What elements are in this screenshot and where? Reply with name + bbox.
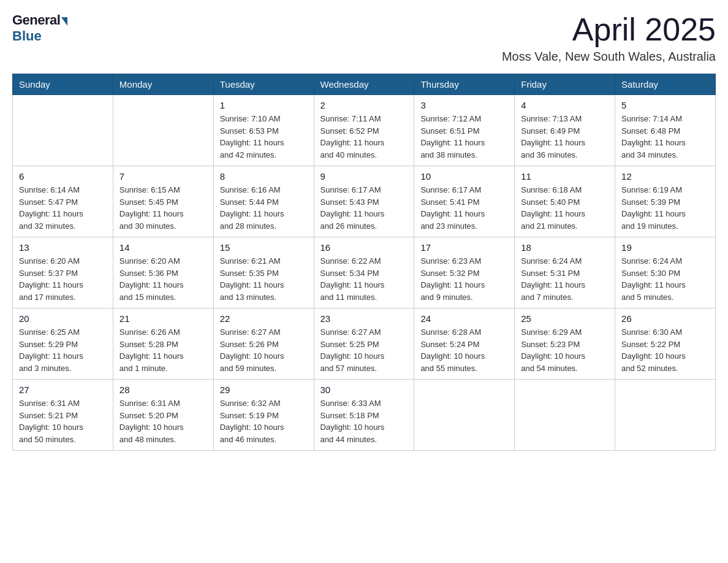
day-info: Sunrise: 6:32 AMSunset: 5:19 PMDaylight:… [220, 397, 308, 445]
day-info: Sunrise: 6:22 AMSunset: 5:34 PMDaylight:… [320, 255, 408, 303]
day-info: Sunrise: 6:24 AMSunset: 5:30 PMDaylight:… [621, 255, 709, 303]
calendar-cell: 26Sunrise: 6:30 AMSunset: 5:22 PMDayligh… [615, 308, 716, 380]
day-info: Sunrise: 6:17 AMSunset: 5:43 PMDaylight:… [320, 184, 408, 232]
calendar-cell [515, 380, 615, 451]
logo: General Blue [12, 12, 67, 44]
calendar-cell: 10Sunrise: 6:17 AMSunset: 5:41 PMDayligh… [414, 166, 515, 237]
week-row-1: 1Sunrise: 7:10 AMSunset: 6:53 PMDaylight… [13, 95, 716, 166]
location: Moss Vale, New South Wales, Australia [502, 50, 716, 64]
calendar-cell: 14Sunrise: 6:20 AMSunset: 5:36 PMDayligh… [113, 237, 213, 308]
day-info: Sunrise: 6:28 AMSunset: 5:24 PMDaylight:… [420, 326, 508, 374]
day-number: 21 [119, 313, 207, 324]
calendar-cell: 18Sunrise: 6:24 AMSunset: 5:31 PMDayligh… [515, 237, 615, 308]
calendar-cell [113, 95, 213, 166]
day-number: 25 [521, 313, 609, 324]
day-info: Sunrise: 6:31 AMSunset: 5:21 PMDaylight:… [19, 397, 107, 445]
calendar-cell: 12Sunrise: 6:19 AMSunset: 5:39 PMDayligh… [615, 166, 716, 237]
calendar-cell: 19Sunrise: 6:24 AMSunset: 5:30 PMDayligh… [615, 237, 716, 308]
column-header-thursday: Thursday [414, 74, 515, 95]
day-number: 16 [320, 242, 408, 253]
day-number: 24 [420, 313, 508, 324]
calendar-cell: 11Sunrise: 6:18 AMSunset: 5:40 PMDayligh… [515, 166, 615, 237]
day-number: 26 [621, 313, 709, 324]
day-number: 23 [320, 313, 408, 324]
day-number: 4 [521, 100, 609, 110]
day-number: 10 [420, 171, 508, 182]
calendar-cell: 15Sunrise: 6:21 AMSunset: 5:35 PMDayligh… [213, 237, 314, 308]
day-number: 3 [420, 100, 508, 110]
day-info: Sunrise: 7:11 AMSunset: 6:52 PMDaylight:… [320, 113, 408, 161]
day-number: 29 [220, 385, 308, 395]
day-info: Sunrise: 6:19 AMSunset: 5:39 PMDaylight:… [621, 184, 709, 232]
calendar-cell: 25Sunrise: 6:29 AMSunset: 5:23 PMDayligh… [515, 308, 615, 380]
day-number: 17 [420, 242, 508, 253]
calendar-cell: 8Sunrise: 6:16 AMSunset: 5:44 PMDaylight… [213, 166, 314, 237]
day-info: Sunrise: 6:31 AMSunset: 5:20 PMDaylight:… [119, 397, 207, 445]
header-row: SundayMondayTuesdayWednesdayThursdayFrid… [13, 74, 716, 95]
week-row-2: 6Sunrise: 6:14 AMSunset: 5:47 PMDaylight… [13, 166, 716, 237]
day-number: 9 [320, 171, 408, 182]
day-number: 1 [220, 100, 308, 110]
day-info: Sunrise: 6:15 AMSunset: 5:45 PMDaylight:… [119, 184, 207, 232]
calendar-cell: 4Sunrise: 7:13 AMSunset: 6:49 PMDaylight… [515, 95, 615, 166]
column-header-tuesday: Tuesday [213, 74, 314, 95]
calendar-cell: 2Sunrise: 7:11 AMSunset: 6:52 PMDaylight… [314, 95, 414, 166]
logo-blue-text: Blue [12, 28, 42, 44]
day-number: 2 [320, 100, 408, 110]
day-number: 13 [19, 242, 107, 253]
day-number: 19 [621, 242, 709, 253]
logo-general-text: General [12, 12, 60, 28]
day-info: Sunrise: 6:27 AMSunset: 5:25 PMDaylight:… [320, 326, 408, 374]
day-info: Sunrise: 6:20 AMSunset: 5:37 PMDaylight:… [19, 255, 107, 303]
day-info: Sunrise: 6:17 AMSunset: 5:41 PMDaylight:… [420, 184, 508, 232]
day-number: 18 [521, 242, 609, 253]
calendar-table: SundayMondayTuesdayWednesdayThursdayFrid… [12, 74, 716, 451]
calendar-cell: 30Sunrise: 6:33 AMSunset: 5:18 PMDayligh… [314, 380, 414, 451]
logo-arrow-icon [61, 17, 67, 26]
calendar-cell: 16Sunrise: 6:22 AMSunset: 5:34 PMDayligh… [314, 237, 414, 308]
day-number: 7 [119, 171, 207, 182]
calendar-header: SundayMondayTuesdayWednesdayThursdayFrid… [13, 74, 716, 95]
calendar-cell: 6Sunrise: 6:14 AMSunset: 5:47 PMDaylight… [13, 166, 113, 237]
calendar-cell: 23Sunrise: 6:27 AMSunset: 5:25 PMDayligh… [314, 308, 414, 380]
calendar-cell: 24Sunrise: 6:28 AMSunset: 5:24 PMDayligh… [414, 308, 515, 380]
calendar-cell: 22Sunrise: 6:27 AMSunset: 5:26 PMDayligh… [213, 308, 314, 380]
day-info: Sunrise: 6:21 AMSunset: 5:35 PMDaylight:… [220, 255, 308, 303]
day-info: Sunrise: 6:26 AMSunset: 5:28 PMDaylight:… [119, 326, 207, 374]
calendar-cell: 27Sunrise: 6:31 AMSunset: 5:21 PMDayligh… [13, 380, 113, 451]
calendar-cell: 17Sunrise: 6:23 AMSunset: 5:32 PMDayligh… [414, 237, 515, 308]
day-info: Sunrise: 6:29 AMSunset: 5:23 PMDaylight:… [521, 326, 609, 374]
week-row-4: 20Sunrise: 6:25 AMSunset: 5:29 PMDayligh… [13, 308, 716, 380]
day-number: 6 [19, 171, 107, 182]
week-row-3: 13Sunrise: 6:20 AMSunset: 5:37 PMDayligh… [13, 237, 716, 308]
day-number: 14 [119, 242, 207, 253]
day-info: Sunrise: 6:14 AMSunset: 5:47 PMDaylight:… [19, 184, 107, 232]
calendar-cell: 13Sunrise: 6:20 AMSunset: 5:37 PMDayligh… [13, 237, 113, 308]
day-number: 22 [220, 313, 308, 324]
day-info: Sunrise: 6:18 AMSunset: 5:40 PMDaylight:… [521, 184, 609, 232]
day-number: 30 [320, 385, 408, 395]
day-info: Sunrise: 7:10 AMSunset: 6:53 PMDaylight:… [220, 113, 308, 161]
calendar-cell: 28Sunrise: 6:31 AMSunset: 5:20 PMDayligh… [113, 380, 213, 451]
day-number: 20 [19, 313, 107, 324]
calendar-cell [13, 95, 113, 166]
calendar-cell [414, 380, 515, 451]
month-title: April 2025 [502, 12, 716, 47]
day-number: 8 [220, 171, 308, 182]
column-header-friday: Friday [515, 74, 615, 95]
calendar-cell: 1Sunrise: 7:10 AMSunset: 6:53 PMDaylight… [213, 95, 314, 166]
day-number: 28 [119, 385, 207, 395]
day-info: Sunrise: 7:12 AMSunset: 6:51 PMDaylight:… [420, 113, 508, 161]
column-header-sunday: Sunday [13, 74, 113, 95]
calendar-cell: 20Sunrise: 6:25 AMSunset: 5:29 PMDayligh… [13, 308, 113, 380]
day-info: Sunrise: 6:30 AMSunset: 5:22 PMDaylight:… [621, 326, 709, 374]
page-header: General Blue April 2025 Moss Vale, New S… [12, 12, 716, 64]
day-info: Sunrise: 7:13 AMSunset: 6:49 PMDaylight:… [521, 113, 609, 161]
day-number: 15 [220, 242, 308, 253]
week-row-5: 27Sunrise: 6:31 AMSunset: 5:21 PMDayligh… [13, 380, 716, 451]
day-info: Sunrise: 6:27 AMSunset: 5:26 PMDaylight:… [220, 326, 308, 374]
column-header-wednesday: Wednesday [314, 74, 414, 95]
title-section: April 2025 Moss Vale, New South Wales, A… [502, 12, 716, 64]
calendar-cell: 21Sunrise: 6:26 AMSunset: 5:28 PMDayligh… [113, 308, 213, 380]
day-info: Sunrise: 6:33 AMSunset: 5:18 PMDaylight:… [320, 397, 408, 445]
